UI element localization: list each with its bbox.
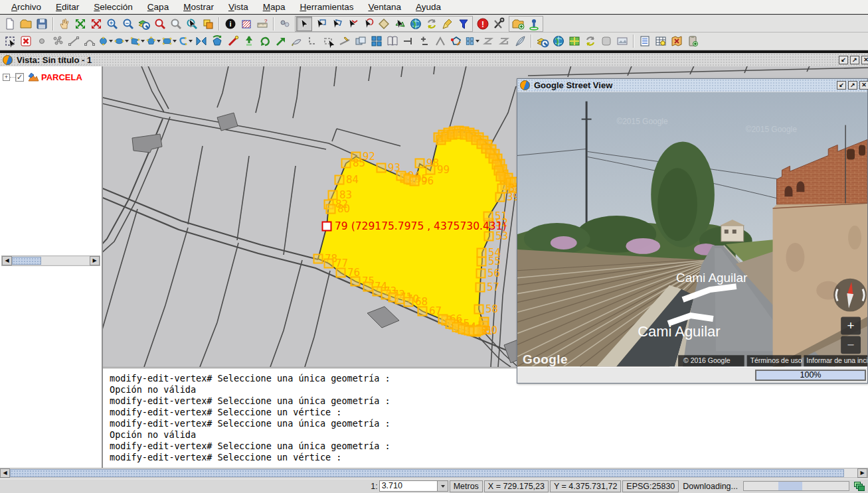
select-by-polyline-button[interactable] <box>344 17 360 31</box>
vertex-handle[interactable] <box>327 205 335 214</box>
frame-manager-button[interactable] <box>200 17 216 31</box>
layer-tree-row[interactable]: + ✓ PARCELA <box>0 70 102 84</box>
vertex-handle[interactable] <box>476 283 485 292</box>
sv-zoom-out-button[interactable]: − <box>847 338 855 352</box>
pan-button[interactable] <box>56 17 72 31</box>
menu-capa[interactable]: Capa <box>140 1 176 13</box>
vista-close-button[interactable]: ✕ <box>861 56 868 64</box>
grid-options-button[interactable] <box>464 34 480 48</box>
matrix-array-button[interactable] <box>369 34 385 48</box>
dropdown-caret-icon[interactable] <box>476 40 479 42</box>
vertex-handle[interactable] <box>484 212 493 221</box>
select-by-circle-button[interactable] <box>360 17 376 31</box>
mirror-button[interactable] <box>385 34 400 48</box>
sv-maximize-button[interactable]: ↗ <box>848 81 857 90</box>
zoom-in-button[interactable]: + <box>104 17 120 31</box>
street-view-panorama[interactable]: ©2015 Google ©2015 Google <box>517 92 867 367</box>
vertex-handle[interactable] <box>496 193 505 202</box>
refresh-view-button[interactable] <box>582 34 598 48</box>
rotate-geometry-button[interactable] <box>209 34 225 48</box>
dropdown-caret-icon[interactable] <box>109 40 113 42</box>
menu-mostrar[interactable]: Mostrar <box>176 1 221 13</box>
vertex-handle[interactable] <box>416 159 424 168</box>
select-by-buffer-button[interactable] <box>376 17 392 31</box>
vertex-handle[interactable] <box>364 283 373 291</box>
scale-combobox[interactable]: 3.710 <box>379 480 448 492</box>
dropdown-caret-icon[interactable] <box>157 40 161 42</box>
dropdown-caret-icon[interactable] <box>125 40 129 42</box>
angle-tool-button[interactable] <box>432 34 448 48</box>
select-tool-button[interactable] <box>296 17 312 31</box>
web-globe-button[interactable] <box>551 34 566 48</box>
vista-window-titlebar[interactable]: Vista: Sin título - 1 ↙ ↗ ✕ <box>0 53 868 66</box>
stop-alert-button[interactable]: ! <box>475 17 491 31</box>
sv-report-link[interactable]: Informar de una incidencia <box>806 357 867 364</box>
sv-terms-link[interactable]: Términos de uso <box>750 357 802 364</box>
layers-status-icon[interactable] <box>854 482 865 491</box>
menu-mapa[interactable]: Mapa <box>256 1 293 13</box>
scrollbar-track[interactable] <box>844 469 857 477</box>
zoom-to-layers-button[interactable] <box>136 17 152 31</box>
split-plusminus-button[interactable] <box>416 34 432 48</box>
sv-close-button[interactable]: ✕ <box>859 81 868 90</box>
dropdown-caret-icon[interactable] <box>141 40 145 42</box>
insert-multipoint-button[interactable] <box>50 34 66 48</box>
epsg-indicator[interactable]: EPSG:25830 <box>622 480 679 492</box>
zoom-selection-button[interactable] <box>184 17 200 31</box>
measure-distance-button[interactable]: ? <box>254 17 270 31</box>
info-button[interactable]: i <box>222 17 238 31</box>
snap-1-button[interactable] <box>480 34 496 48</box>
join-tick-button[interactable] <box>400 34 416 48</box>
zoom-full-extent-button[interactable] <box>72 17 88 31</box>
history-gray-button[interactable] <box>598 34 614 48</box>
vertex-handle[interactable] <box>337 269 345 277</box>
vista-restore-button[interactable]: ↙ <box>839 56 848 64</box>
vertex-handle[interactable] <box>396 295 404 304</box>
zoom-other-button[interactable] <box>168 17 184 31</box>
filter-button[interactable] <box>456 17 472 31</box>
scrollbar-track[interactable] <box>41 257 90 265</box>
vertex-handle[interactable] <box>474 326 483 335</box>
sv-restore-button[interactable]: ↙ <box>837 81 846 90</box>
scroll-right-icon[interactable]: ▶ <box>90 256 100 265</box>
layer-visibility-checkbox[interactable]: ✓ <box>15 73 24 82</box>
extend-button[interactable] <box>241 34 257 48</box>
vertex-handle[interactable] <box>373 287 382 296</box>
menu-archivo[interactable]: Archivo <box>4 1 48 13</box>
close-editing-button[interactable] <box>18 34 34 48</box>
add-event-layer-button[interactable] <box>685 34 701 48</box>
copy-geometry-button[interactable] <box>353 34 369 48</box>
scroll-left-icon[interactable]: ◀ <box>2 256 12 265</box>
corner-edit-button[interactable] <box>305 34 321 48</box>
stretch-button[interactable] <box>321 34 337 48</box>
tree-expander-icon[interactable]: + <box>3 74 10 81</box>
insert-polyline-button[interactable] <box>130 34 145 48</box>
editing-console[interactable]: modify-edit-vertex# Seleccione una única… <box>103 369 868 468</box>
clear-selection-button[interactable] <box>440 17 456 31</box>
compass-control[interactable] <box>833 279 867 312</box>
insert-rectangle-button[interactable] <box>161 34 177 48</box>
modify-vertex-button[interactable] <box>448 34 464 48</box>
vertex-handle[interactable] <box>418 307 427 316</box>
vertex-handle[interactable] <box>475 305 483 314</box>
preferences-tools-button[interactable] <box>491 17 507 31</box>
zoom-extent-red-button[interactable] <box>88 17 104 31</box>
divide-line-button[interactable] <box>337 34 353 48</box>
export-image-button[interactable] <box>614 34 630 48</box>
insert-arc-button[interactable] <box>82 34 98 48</box>
menu-herramientas[interactable]: Herramientas <box>292 1 361 13</box>
dropdown-caret-icon[interactable] <box>173 40 177 42</box>
insert-ellipse-button[interactable] <box>114 34 130 48</box>
locator-pin-button[interactable] <box>526 17 542 31</box>
dropdown-caret-icon[interactable] <box>189 40 193 42</box>
menu-vista[interactable]: Vista <box>221 1 256 13</box>
measure-area-button[interactable] <box>238 17 254 31</box>
map-overview-button[interactable] <box>566 34 582 48</box>
vertex-handle[interactable] <box>404 298 413 307</box>
vista-maximize-button[interactable]: ↗ <box>850 56 859 64</box>
insert-polygon-button[interactable] <box>145 34 161 48</box>
open-project-button[interactable] <box>18 17 34 31</box>
vertex-handle[interactable] <box>314 255 323 263</box>
edit-pen-button[interactable] <box>225 34 241 48</box>
scale-value[interactable]: 3.710 <box>379 480 438 492</box>
